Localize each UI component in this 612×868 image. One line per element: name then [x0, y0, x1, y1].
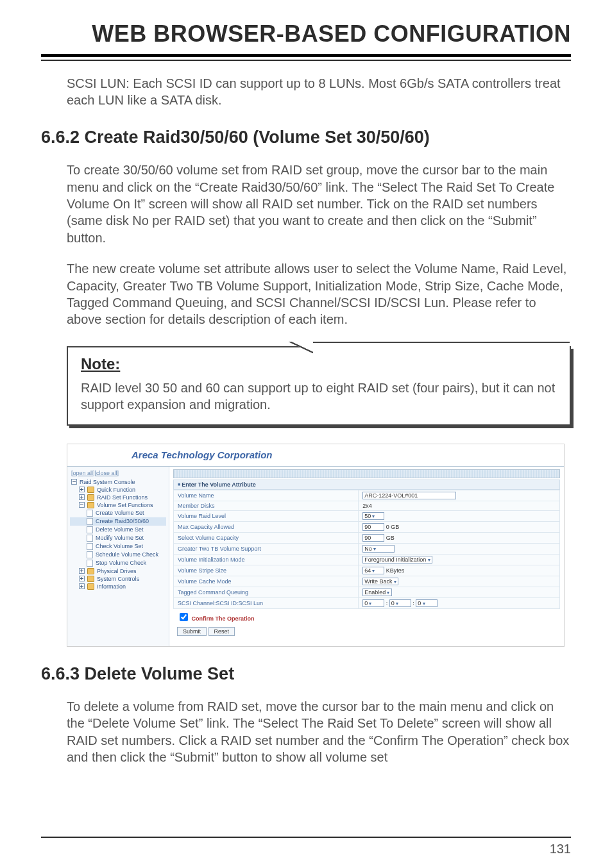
- confirm-row: Confirm The Operation: [173, 609, 560, 625]
- tree-raid-set-functions[interactable]: RAID Set Functions: [70, 494, 166, 501]
- label-scsi: SCSI Channel:SCSI ID:SCSI Lun: [174, 597, 359, 608]
- tree-system-controls[interactable]: System Controls: [70, 575, 166, 583]
- embedded-screenshot: Areca Technology Corporation [open all][…: [67, 444, 565, 647]
- note-body: RAID level 30 50 and 60 can support up t…: [81, 380, 559, 413]
- select-raid-level[interactable]: 50: [362, 512, 384, 520]
- label-gt2tb: Greater Two TB Volume Support: [174, 543, 359, 554]
- tree-toggle-links[interactable]: [open all][close all]: [70, 469, 166, 478]
- value-member-disks: 2x4: [359, 501, 560, 510]
- select-stripe[interactable]: 64: [362, 567, 384, 574]
- header-rule: [41, 54, 571, 61]
- confirm-label: Confirm The Operation: [192, 615, 255, 622]
- form-section-title: Enter The Volume Attribute: [173, 480, 560, 490]
- tree-root[interactable]: Raid System Console: [70, 478, 166, 486]
- section-662-p2: The new create volume set attribute allo…: [67, 260, 571, 328]
- section-663-heading: 6.6.3 Delete Volume Set: [41, 664, 571, 684]
- select-init-mode[interactable]: Foreground Initialization: [362, 556, 432, 563]
- select-cache[interactable]: Write Back: [362, 578, 398, 585]
- tree-physical-drives[interactable]: Physical Drives: [70, 567, 166, 575]
- note-box: Note: RAID level 30 50 and 60 can suppor…: [67, 346, 571, 426]
- input-max-capacity[interactable]: 90: [362, 523, 384, 531]
- tree-schedule-volume-check[interactable]: Schedule Volume Check: [70, 551, 166, 559]
- label-stripe: Volume Stripe Size: [174, 565, 359, 576]
- tree-information[interactable]: Information: [70, 583, 166, 590]
- label-volume-name: Volume Name: [174, 490, 359, 501]
- input-volume-name[interactable]: ARC-1224-VOL#001: [362, 492, 456, 499]
- brand-text: Areca Technology Corporation: [132, 449, 272, 460]
- confirm-checkbox[interactable]: [180, 613, 188, 621]
- tree-quick-function[interactable]: Quick Function: [70, 486, 166, 494]
- label-cache: Volume Cache Mode: [174, 576, 359, 587]
- intro-paragraph: SCSI LUN: Each SCSI ID can support up to…: [67, 75, 571, 109]
- unit-select-capacity: GB: [386, 535, 395, 541]
- input-select-capacity[interactable]: 90: [362, 534, 384, 542]
- tree-stop-volume-check[interactable]: Stop Volume Check: [70, 559, 166, 567]
- unit-stripe: KBytes: [386, 567, 405, 574]
- form-banner: [173, 469, 560, 478]
- note-title: Note:: [81, 355, 559, 373]
- reset-button[interactable]: Reset: [208, 627, 235, 636]
- page-number: 131: [550, 842, 571, 856]
- label-select-capacity: Select Volume Capacity: [174, 532, 359, 543]
- tree-create-volume-set[interactable]: Create Volume Set: [70, 509, 166, 517]
- page-header-title: WEB BROWSER-BASED CONFIGURATION: [41, 21, 571, 47]
- select-scsi-lun[interactable]: 0: [416, 599, 438, 607]
- unit-max-capacity: 0 GB: [386, 524, 400, 530]
- select-gt2tb[interactable]: No: [362, 545, 395, 553]
- label-init-mode: Volume Initialization Mode: [174, 554, 359, 565]
- label-max-capacity: Max Capacity Allowed: [174, 521, 359, 532]
- tree-check-volume-set[interactable]: Check Volume Set: [70, 542, 166, 551]
- label-tcq: Tagged Command Queuing: [174, 587, 359, 597]
- tree-modify-volume-set[interactable]: Modify Volume Set: [70, 534, 166, 542]
- tree-volume-set-functions[interactable]: Volume Set Functions: [70, 501, 166, 509]
- select-scsi-channel[interactable]: 0: [362, 599, 384, 607]
- submit-button[interactable]: Submit: [177, 627, 207, 636]
- note-tab: [289, 342, 570, 353]
- tree-create-raid305060[interactable]: Create Raid30/50/60: [70, 517, 166, 526]
- form-panel: Enter The Volume Attribute Volume Name A…: [169, 467, 564, 646]
- label-member-disks: Member Disks: [174, 501, 359, 510]
- select-tcq[interactable]: Enabled: [362, 588, 391, 596]
- nav-tree: [open all][close all] Raid System Consol…: [67, 467, 169, 646]
- section-663-p1: To delete a volume from RAID set, move t…: [67, 698, 571, 766]
- select-scsi-id[interactable]: 0: [389, 599, 411, 607]
- label-raid-level: Volume Raid Level: [174, 510, 359, 521]
- section-662-p1: To create 30/50/60 volume set from RAID …: [67, 162, 571, 246]
- attribute-table: Volume Name ARC-1224-VOL#001 Member Disk…: [173, 490, 560, 609]
- section-662-heading: 6.6.2 Create Raid30/50/60 (Volume Set 30…: [41, 127, 571, 147]
- tree-delete-volume-set[interactable]: Delete Volume Set: [70, 526, 166, 534]
